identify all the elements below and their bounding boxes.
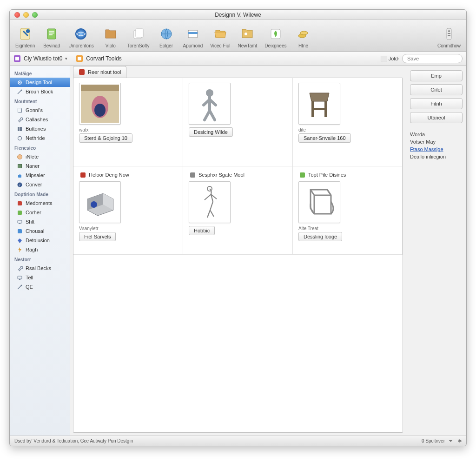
svg-rect-2 bbox=[47, 29, 56, 39]
toolbar-deixgnees[interactable]: Deixgnees bbox=[262, 25, 289, 50]
blue-sq-icon bbox=[16, 228, 23, 234]
sidebar-item-rsal-becks[interactable]: Rsal Becks bbox=[10, 264, 70, 273]
tools-icon bbox=[76, 55, 83, 62]
window-title: Designn V. Wilewe bbox=[10, 12, 466, 18]
sidebar-item-label: Broun Block bbox=[26, 89, 53, 94]
right-button-ciilet[interactable]: Ciilet bbox=[410, 84, 463, 95]
settings-icon[interactable]: ✱ bbox=[458, 438, 462, 443]
tools-label[interactable]: Corvarl Toolds bbox=[86, 55, 121, 62]
toolbar-torensofty[interactable]: TorenSofty bbox=[125, 25, 152, 50]
grid-cell: diteSaner·Srıvaile 160 bbox=[293, 78, 403, 166]
svg-rect-31 bbox=[20, 127, 22, 129]
cell-action-button[interactable]: Dessling looge bbox=[298, 232, 342, 241]
svg-rect-30 bbox=[18, 127, 20, 129]
sidebar-item-label: Nethride bbox=[26, 135, 45, 141]
cell-action-button[interactable]: Hobbic bbox=[189, 226, 215, 235]
doc-green-icon bbox=[43, 26, 60, 42]
right-button-fitnh[interactable]: Fitnh bbox=[410, 98, 463, 109]
chevron-down-icon[interactable]: ▾ bbox=[65, 56, 67, 61]
remote-icon bbox=[441, 26, 457, 42]
svg-rect-37 bbox=[18, 175, 21, 178]
cell-action-button[interactable]: Saner·Srıvaile 160 bbox=[298, 133, 351, 143]
info-link[interactable]: Ftaso Massige bbox=[410, 146, 443, 152]
green-sq-icon bbox=[16, 209, 23, 216]
svg-rect-62 bbox=[190, 172, 195, 178]
toolbar-bevinad[interactable]: Bevinad bbox=[40, 25, 64, 50]
zoom-window-button[interactable] bbox=[32, 12, 38, 18]
thumbnail[interactable] bbox=[79, 83, 121, 125]
svg-point-13 bbox=[245, 33, 247, 35]
sidebar-item-shlt[interactable]: Shlt bbox=[10, 217, 70, 226]
thumbnail[interactable] bbox=[298, 83, 340, 125]
cell-heading: Topt Pile Disines bbox=[298, 171, 397, 178]
wand-icon bbox=[16, 88, 23, 95]
leaf-icon bbox=[267, 26, 284, 42]
pin-icon bbox=[17, 26, 33, 42]
pages-icon bbox=[130, 26, 147, 42]
toolbar-apumond[interactable]: Apumond bbox=[180, 25, 206, 50]
sidebar-heading: Moutntent bbox=[10, 96, 70, 106]
thumbnail[interactable] bbox=[189, 181, 231, 223]
minimize-window-button[interactable] bbox=[23, 12, 29, 18]
svg-rect-33 bbox=[20, 129, 22, 131]
wand-icon bbox=[16, 284, 23, 290]
sidebar-item-tell[interactable]: Tell bbox=[10, 273, 70, 282]
status-left: Dsed by' Vendurd & Tediuation, Gce Autwa… bbox=[14, 438, 133, 443]
sidebar-item-inlete[interactable]: iNlete bbox=[10, 152, 70, 161]
tab-reer-nlout-tool[interactable]: Reer nlout tool bbox=[73, 66, 126, 78]
bullet-icon bbox=[79, 171, 86, 178]
cell-action-button[interactable]: Desicing Wilde bbox=[189, 127, 233, 137]
toolbar-eolger[interactable]: Eolger bbox=[154, 25, 178, 50]
sidebar-item-nethride[interactable]: Nethride bbox=[10, 133, 70, 143]
filter-icon[interactable]: ⏷ bbox=[449, 438, 453, 443]
sidebar-item-callashes[interactable]: Callashes bbox=[10, 115, 70, 124]
sidebar-item-ragh[interactable]: Ragh bbox=[10, 245, 70, 254]
svg-rect-43 bbox=[19, 223, 20, 224]
sidebar-item-medoments[interactable]: Medoments bbox=[10, 198, 70, 208]
sidebar-item-detolusion[interactable]: Detolusion bbox=[10, 236, 70, 245]
right-button-utaneol[interactable]: Utaneol bbox=[410, 112, 463, 123]
bolt-icon bbox=[16, 246, 23, 253]
sidebar-item-conver[interactable]: iConver bbox=[10, 180, 70, 189]
preset-icon bbox=[13, 55, 21, 62]
close-window-button[interactable] bbox=[14, 12, 20, 18]
sidebar-heading: Nestorr bbox=[10, 254, 70, 264]
sidebar-item-design-tool[interactable]: Design Tool bbox=[10, 78, 70, 87]
wrench-icon bbox=[16, 116, 23, 123]
svg-point-51 bbox=[94, 104, 106, 117]
toolbar-vicecfiul[interactable]: Vicec Fiul bbox=[207, 25, 233, 50]
search-input[interactable] bbox=[402, 54, 463, 63]
cell-action-button[interactable]: Sterd & Gojoing 10 bbox=[79, 133, 132, 143]
toolbar-viplo[interactable]: Viplo bbox=[99, 25, 123, 50]
sidebar-item-buttones[interactable]: Buttones bbox=[10, 124, 70, 133]
thumbnail[interactable] bbox=[79, 181, 121, 223]
thumbnail[interactable] bbox=[298, 181, 340, 223]
toolbar-newtamt[interactable]: NewTamt bbox=[235, 25, 260, 50]
sidebar-item-label: QE bbox=[26, 284, 33, 290]
toolbar-conmithow[interactable]: Conmithow bbox=[435, 25, 463, 50]
sidebar-item-gonnls[interactable]: Gonnl's bbox=[10, 106, 70, 115]
sidebar-item-label: Detolusion bbox=[26, 238, 50, 243]
toolbar-umorentons[interactable]: Umorentons bbox=[66, 25, 96, 50]
sidebar-item-qe[interactable]: QE bbox=[10, 282, 70, 291]
svg-rect-52 bbox=[81, 85, 119, 91]
cell-action-button[interactable]: Fiel Sarvels bbox=[79, 232, 116, 241]
doc-icon bbox=[16, 107, 23, 113]
window-body: MatäigeDesign ToolBroun BlockMoutntentGo… bbox=[10, 66, 466, 436]
right-button-emp[interactable]: Emp bbox=[410, 70, 463, 81]
thumbnail[interactable] bbox=[189, 83, 231, 125]
sidebar-item-broun-block[interactable]: Broun Block bbox=[10, 87, 70, 96]
bullet-icon bbox=[298, 171, 306, 178]
sidebar-item-corher[interactable]: Corher bbox=[10, 208, 70, 217]
preset-label[interactable]: Ciy Wlustio tot0 bbox=[24, 55, 62, 62]
svg-point-60 bbox=[91, 201, 97, 208]
toolbar-htne[interactable]: Htne bbox=[291, 25, 315, 50]
sub-toolbar: Ciy Wlustio tot0 ▾ Corvarl Toolds Jold· bbox=[10, 52, 466, 66]
sidebar-item-mipsaler[interactable]: Mipsaler bbox=[10, 171, 70, 180]
face-icon bbox=[16, 153, 23, 160]
toolbar-eigmfenn[interactable]: Eigmfenn bbox=[13, 25, 38, 50]
jod-toggle[interactable]: Jold· bbox=[380, 55, 399, 62]
sidebar-item-chousal[interactable]: Chousal bbox=[10, 226, 70, 236]
sidebar-item-naner[interactable]: Naner bbox=[10, 161, 70, 171]
content-grid: watxSterd & Gojoing 10Desicing Wildedite… bbox=[73, 78, 403, 255]
